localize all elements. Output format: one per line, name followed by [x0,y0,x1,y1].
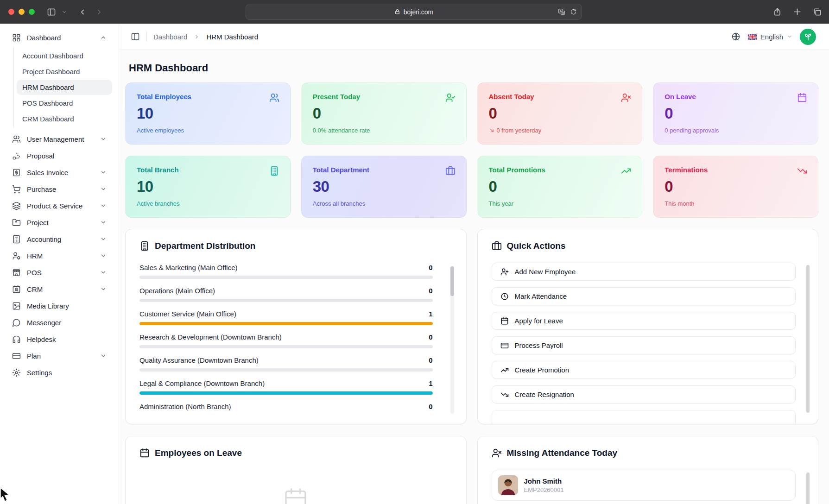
sidebar-item-hrm[interactable]: HRM [5,247,114,264]
stat-cards-row-2: Total Branch 10 Active branches Total De… [125,156,818,218]
stat-total-branch: Total Branch 10 Active branches [125,156,291,218]
globe-icon[interactable] [731,32,740,41]
sidebar-item-media-library[interactable]: Media Library [5,297,114,314]
calendar-icon [500,317,509,325]
chevron-down-icon [100,286,107,292]
stat-total-department: Total Department 30 Across all branches [301,156,467,218]
stat-absent-today: Absent Today 0 0 from yesterday [477,82,643,145]
sidebar-item-messenger[interactable]: Messenger [5,314,114,331]
sidebar-item-plan[interactable]: Plan [5,347,114,364]
empty-calendar-icon [283,487,309,504]
sidebar-item-project-dashboard[interactable]: Project Dashboard [17,64,112,79]
sidebar-item-crm-dashboard[interactable]: CRM Dashboard [17,111,112,126]
address-bar[interactable]: bojeri.com [246,4,582,20]
close-window-button[interactable] [8,9,14,15]
progress-bar [139,391,433,395]
scrollbar-thumb[interactable] [806,265,810,413]
language-label: English [760,33,783,41]
sidebar-item-project[interactable]: Project [5,214,114,231]
scrollbar[interactable] [806,265,810,413]
chevron-down-icon [100,186,107,192]
sidebar-item-account-dashboard[interactable]: Account Dashboard [17,48,112,63]
minimize-window-button[interactable] [19,9,25,15]
stat-on-leave: On Leave 0 0 pending approvals [653,82,818,145]
progress-bar [139,322,433,325]
sidebar-item-user-management[interactable]: User Management [5,131,114,147]
progress-bar [139,299,433,302]
panel-title: Department Distribution [155,241,255,251]
sprout-logo-icon [804,32,813,41]
scrollbar[interactable] [450,266,454,414]
translate-icon[interactable] [558,8,565,16]
language-selector[interactable]: English [748,33,792,41]
lock-icon [394,9,400,15]
sidebar-item-helpdesk[interactable]: Helpdesk [5,331,114,347]
department-distribution-panel: Department Distribution Sales & Marketin… [125,229,467,424]
traffic-lights [8,9,35,15]
forward-icon[interactable] [95,8,103,16]
stat-total-promotions: Total Promotions 0 This year [477,156,643,218]
progress-bar [139,276,433,279]
uk-flag-icon [748,34,757,40]
back-icon[interactable] [78,8,87,16]
sidebar-item-proposal[interactable]: Proposal [5,147,114,164]
tab-group-chevron-icon[interactable] [62,9,67,15]
share-icon[interactable] [773,7,782,16]
department-row: Legal & Compliance (Downtown Branch)1 [139,379,433,395]
scrollbar-thumb[interactable] [806,472,810,504]
add-new-employee-button[interactable]: Add New Employee [492,263,796,281]
department-row: Sales & Marketing (Main Office)0 [139,264,433,279]
user-x-icon [492,448,502,458]
sidebar-item-crm[interactable]: CRM [5,281,114,297]
create-resignation-button[interactable]: Create Resignation [492,385,796,403]
employee-name: John Smith [524,477,564,485]
tab-overview-icon[interactable] [813,7,822,16]
scrollbar[interactable] [806,472,810,504]
department-row: Operations (Main Office)0 [139,287,433,302]
process-payroll-button[interactable]: Process Payroll [492,336,796,354]
scrollbar-thumb[interactable] [450,266,454,296]
chevron-right-icon [194,34,200,40]
employee-id: EMP20260001 [524,486,564,493]
user-plus-icon [500,268,509,276]
browser-sidebar-toggle-icon[interactable] [47,7,56,17]
new-tab-icon[interactable] [793,7,802,16]
mark-attendance-button[interactable]: Mark Attendance [492,287,796,305]
briefcase-icon [492,241,502,251]
chevron-down-icon [100,219,107,226]
panel-toggle-icon[interactable] [131,32,140,41]
credit-card-icon [500,341,509,350]
building-icon [139,241,150,251]
department-row: Administration (North Branch)0 [139,403,433,410]
sidebar-item-accounting[interactable]: Accounting [5,231,114,247]
department-row: Customer Service (Main Office)1 [139,310,433,325]
user-x-icon [621,93,631,103]
breadcrumb-page: HRM Dashboard [206,33,258,41]
create-promotion-button[interactable]: Create Promotion [492,361,796,379]
zoom-window-button[interactable] [29,9,35,15]
sidebar-item-label: Dashboard [27,34,61,42]
reload-icon[interactable] [570,8,577,15]
sidebar-item-settings[interactable]: Settings [5,364,114,381]
sidebar-item-pos-dashboard[interactable]: POS Dashboard [17,95,112,111]
user-check-icon [445,93,456,103]
chevron-down-icon [100,136,107,142]
employee-card[interactable]: John Smith EMP20260001 [492,470,796,501]
sidebar-item-sales-invoice[interactable]: Sales Invoice [5,164,114,181]
sidebar: Dashboard Account Dashboard Project Dash… [0,24,119,504]
trending-down-icon [500,391,509,399]
users-icon [269,93,279,103]
divider [146,32,147,42]
building-icon [269,166,279,176]
sidebar-item-hrm-dashboard[interactable]: HRM Dashboard [17,80,112,95]
chevron-down-icon [100,252,107,259]
breadcrumb-section[interactable]: Dashboard [153,33,187,41]
avatar[interactable] [800,29,816,45]
department-list: Sales & Marketing (Main Office)0 Operati… [139,264,452,410]
sidebar-item-pos[interactable]: POS [5,264,114,281]
sidebar-item-dashboard[interactable]: Dashboard [5,29,114,46]
apply-for-leave-button[interactable]: Apply for Leave [492,312,796,330]
sidebar-item-product-service[interactable]: Product & Service [5,197,114,214]
sidebar-item-purchase[interactable]: Purchase [5,181,114,197]
partial-action-button[interactable] [492,410,796,424]
